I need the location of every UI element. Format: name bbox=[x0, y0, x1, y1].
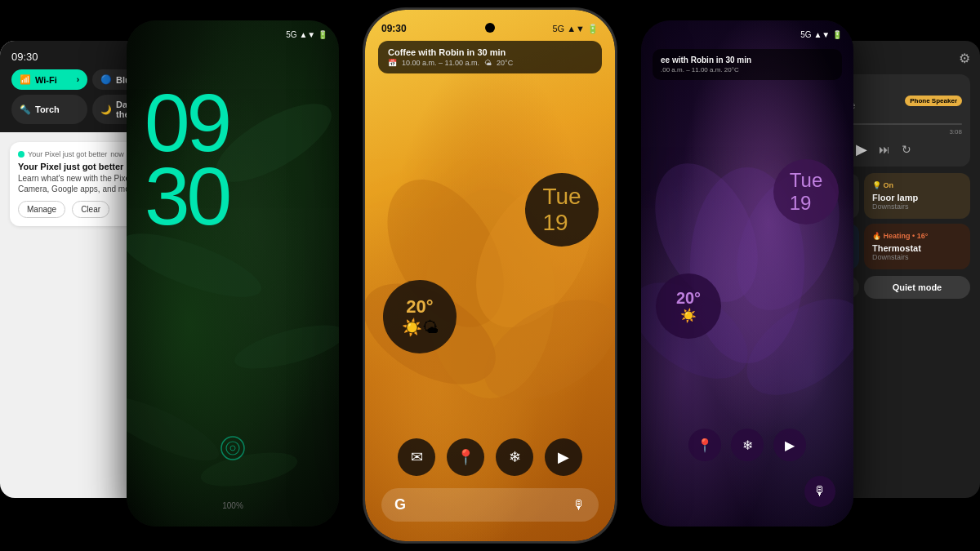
manage-button[interactable]: Manage bbox=[18, 201, 65, 218]
floor-lamp-name: Floor lamp bbox=[872, 193, 962, 202]
center-notif-sub: 📅 10.00 a.m. – 11.00 a.m. 🌤 20°C bbox=[388, 59, 592, 67]
right-temp-widget: 20° ☀️ bbox=[656, 273, 721, 339]
google-g-logo: G bbox=[394, 496, 406, 513]
notif-app-name: Your Pixel just got better bbox=[28, 150, 107, 158]
camera-hole bbox=[485, 23, 495, 33]
weather-icon: 🌤 bbox=[484, 59, 492, 67]
wifi-chevron: › bbox=[77, 75, 79, 84]
play-pause-button[interactable]: ▶ bbox=[856, 140, 867, 158]
center-clock-widget: Tue19 bbox=[525, 173, 599, 247]
fan-app-icon[interactable]: ❄ bbox=[496, 438, 533, 476]
right-app-dock: 📍 ❄ ▶ bbox=[688, 429, 806, 461]
dark-clock-digits: 0930 bbox=[145, 86, 339, 233]
right-maps-icon[interactable]: 📍 bbox=[688, 429, 721, 461]
bluetooth-icon: 🔵 bbox=[100, 74, 112, 85]
right-clock-text: Tue19 bbox=[790, 169, 822, 215]
maps-app-icon[interactable]: 📍 bbox=[447, 438, 484, 476]
torch-label: Torch bbox=[35, 104, 60, 114]
thermostat-heat-tile[interactable]: 🔥 Heating • 16° Thermostat Downstairs bbox=[864, 224, 970, 269]
wifi-label: Wi-Fi bbox=[35, 75, 57, 85]
google-search-bar[interactable]: G 🎙 bbox=[381, 488, 599, 522]
svg-point-5 bbox=[221, 437, 244, 460]
dark-icon: 🌙 bbox=[100, 104, 112, 115]
thermostat-heat-location: Downstairs bbox=[872, 253, 962, 261]
torch-icon: 🔦 bbox=[20, 104, 31, 115]
dark-5g-label: 5G bbox=[286, 30, 296, 39]
center-status-icons: 5G ▲▼ 🔋 bbox=[552, 24, 599, 34]
center-weather-widget: 20° ☀️🌤 bbox=[383, 280, 457, 353]
center-notif-weather: 20°C bbox=[497, 59, 513, 67]
right-phone-status: 5G ▲▼ 🔋 bbox=[641, 30, 853, 39]
center-notif-title: Coffee with Robin in 30 min bbox=[388, 47, 592, 57]
floor-lamp-tile[interactable]: 💡 On Floor lamp Downstairs bbox=[864, 173, 970, 219]
left-dark-phone: 5G ▲▼ 🔋 0930 100% bbox=[127, 20, 339, 527]
floor-lamp-status: 💡 On bbox=[872, 181, 962, 189]
dark-phone-clock: 0930 bbox=[127, 86, 339, 233]
right-clock-widget: Tue19 bbox=[773, 159, 839, 224]
right-microphone-button[interactable]: 🎙 bbox=[804, 476, 835, 507]
floor-lamp-location: Downstairs bbox=[872, 202, 962, 211]
clear-button[interactable]: Clear bbox=[72, 201, 109, 218]
music-total-time: 3:08 bbox=[949, 128, 962, 136]
center-phone: 09:30 5G ▲▼ 🔋 Coffee with Robin in 30 mi… bbox=[363, 8, 617, 543]
music-source-badge: Phone Speaker bbox=[905, 96, 962, 106]
youtube-app-icon[interactable]: ▶ bbox=[545, 438, 582, 476]
wifi-icon: 📶 bbox=[20, 74, 31, 85]
svg-point-7 bbox=[230, 446, 235, 451]
thermostat-heat-name: Thermostat bbox=[872, 243, 962, 253]
center-time: 09:30 bbox=[381, 23, 407, 34]
center-app-dock: ✉ 📍 ❄ ▶ bbox=[398, 438, 582, 476]
right-phone: 5G ▲▼ 🔋 ee with Robin in 30 min .00 a.m.… bbox=[641, 20, 853, 527]
skip-forward-icon[interactable]: ⏭ bbox=[879, 143, 890, 156]
right-temp: 20° bbox=[676, 289, 701, 308]
right-youtube-icon[interactable]: ▶ bbox=[773, 429, 806, 461]
dark-phone-status: 5G ▲▼ 🔋 bbox=[127, 30, 339, 39]
notif-time: now bbox=[110, 150, 124, 158]
svg-point-3 bbox=[127, 384, 226, 472]
torch-tile[interactable]: 🔦 Torch bbox=[11, 95, 87, 124]
svg-point-2 bbox=[230, 317, 339, 378]
center-weather-sun-icon: ☀️🌤 bbox=[402, 318, 439, 337]
right-fan-icon[interactable]: ❄ bbox=[731, 429, 764, 461]
center-notification-bar[interactable]: Coffee with Robin in 30 min 📅 10.00 a.m.… bbox=[378, 41, 602, 73]
shuffle-icon[interactable]: ↻ bbox=[902, 143, 911, 156]
battery-percentage: 100% bbox=[222, 501, 243, 510]
center-weather-temp: 20° bbox=[406, 296, 433, 318]
right-notification: ee with Robin in 30 min .00 a.m. – 11.00… bbox=[653, 49, 842, 80]
thermostat-heat-status: 🔥 Heating • 16° bbox=[872, 232, 962, 240]
notif-dot bbox=[18, 151, 24, 158]
right-notif-title: ee with Robin in 30 min bbox=[661, 56, 834, 64]
calendar-icon: 📅 bbox=[388, 59, 397, 67]
right-5g-label: 5G bbox=[800, 30, 811, 39]
right-weather-icon: ☀️ bbox=[680, 308, 697, 323]
microphone-icon[interactable]: 🎙 bbox=[572, 498, 586, 513]
main-container: 09:30 📶 Wi-Fi › 🔵 Bluetooth 🔦 Torch 🌙 bbox=[0, 0, 980, 551]
center-clock-text: Tue19 bbox=[542, 184, 581, 236]
svg-point-6 bbox=[226, 442, 239, 455]
quiet-mode-button[interactable]: Quiet mode bbox=[864, 276, 970, 299]
fingerprint-icon[interactable] bbox=[220, 435, 246, 461]
right-notif-sub: .00 a.m. – 11.00 a.m. 20°C bbox=[661, 66, 834, 73]
settings-gear-icon[interactable]: ⚙ bbox=[959, 51, 970, 66]
center-notif-time: 10.00 a.m. – 11.00 a.m. bbox=[402, 59, 479, 67]
mail-app-icon[interactable]: ✉ bbox=[398, 438, 435, 476]
wifi-tile[interactable]: 📶 Wi-Fi › bbox=[11, 69, 87, 90]
